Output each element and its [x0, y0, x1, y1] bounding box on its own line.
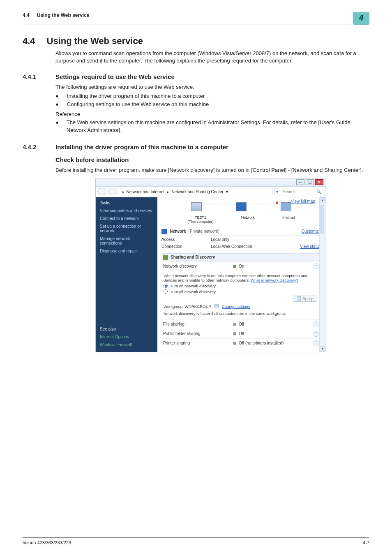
tasks-heading: Tasks — [100, 201, 153, 205]
sidebar-link[interactable]: Diagnose and repair — [100, 249, 153, 253]
radio-on-row[interactable]: Turn on network discovery — [164, 284, 319, 288]
disconnected-icon: ✖ — [275, 201, 279, 205]
maximize-button[interactable]: ▢ — [306, 179, 314, 185]
see-also-heading: See also — [100, 327, 153, 331]
sidebar-link[interactable]: View computers and devices — [100, 208, 153, 213]
minimize-button[interactable]: — — [296, 179, 304, 185]
breadcrumb-dropdown-icon[interactable]: ▾ — [226, 190, 231, 194]
sharing-title: Sharing and Discovery — [171, 255, 215, 259]
section-number: 4.4 — [23, 36, 35, 46]
node-sublabel: (This computer) — [188, 220, 214, 224]
printer-sharing-label: Printer sharing — [163, 341, 233, 345]
connection-value: Local Area Connection — [211, 244, 300, 249]
scroll-down-button[interactable]: ▾ — [320, 346, 325, 352]
shield-icon — [297, 296, 301, 301]
expand-button[interactable]: ˅ — [313, 321, 319, 327]
discovery-explain: When network discovery is on, this compu… — [164, 273, 319, 282]
status-led-on-icon — [233, 265, 236, 268]
footer-model: bizhub 423/363/283/223 — [23, 540, 71, 545]
bullet-item: Configuring settings to use the Web serv… — [67, 101, 209, 109]
node-label: TEST1 — [188, 215, 214, 220]
sidebar-link[interactable]: Connect to a network — [100, 216, 153, 221]
search-icon[interactable]: 🔍 — [316, 190, 321, 194]
check-heading: Check before installation — [55, 156, 365, 163]
printer-sharing-value: Off (no printers installed) — [239, 341, 284, 345]
scroll-thumb[interactable] — [321, 205, 324, 234]
view-status-link[interactable]: View status — [300, 244, 321, 249]
node-label: Network — [241, 215, 255, 224]
connection-label: Connection — [161, 244, 211, 249]
window-titlebar: — ▢ ✕ — [96, 178, 325, 187]
subsection-title: Installing the driver program of this ma… — [55, 143, 228, 150]
see-also-link[interactable]: Windows Firewall — [100, 342, 153, 347]
radio-selected-icon[interactable] — [164, 284, 168, 288]
header-section-ref: 4.4 — [23, 12, 30, 18]
what-is-link[interactable]: What is network discovery? — [251, 278, 298, 282]
radio-unselected-icon[interactable] — [164, 289, 168, 294]
radio-off-row[interactable]: Turn off network discovery — [164, 289, 319, 294]
header-section-title: Using the Web service — [37, 12, 90, 18]
customize-link[interactable]: Customize — [302, 229, 321, 234]
forward-button[interactable] — [108, 188, 117, 195]
public-folder-value: Off — [239, 331, 244, 336]
search-input[interactable]: ▾ Search 🔍 — [274, 188, 323, 195]
breadcrumb-prefix: « — [122, 190, 124, 194]
network-group-icon — [161, 229, 167, 234]
scrollbar[interactable]: ▴ ▾ — [319, 197, 325, 352]
reference-bullet: The Web service settings on this machine… — [67, 119, 365, 134]
search-dropdown-icon[interactable]: ▾ — [276, 190, 281, 194]
radio-off-label: Turn off network discovery — [170, 289, 216, 294]
public-folder-row[interactable]: Public folder sharing Off ˅ — [161, 329, 321, 338]
node-label: Internet — [282, 215, 295, 224]
footer-page: 4-7 — [363, 540, 369, 545]
file-sharing-row[interactable]: File sharing Off ˅ — [161, 319, 321, 329]
sidebar-link[interactable]: Set up a connection or network — [100, 224, 153, 233]
network-discovery-label: Network discovery — [163, 264, 233, 268]
section-paragraph: Allows you to command scan operations fr… — [55, 50, 365, 64]
search-placeholder: Search — [283, 190, 296, 194]
reference-label: Reference — [55, 111, 365, 117]
network-group-header: Network (Private network) Customize — [161, 227, 321, 236]
see-also-link[interactable]: Internet Options — [100, 335, 153, 339]
apply-button[interactable]: Apply — [293, 296, 316, 302]
network-discovery-row[interactable]: Network discovery On ˄ — [161, 261, 321, 271]
sidebar-link[interactable]: Manage network connections — [100, 236, 153, 245]
access-label: Access — [161, 237, 211, 242]
section-title: Using the Web service — [47, 36, 143, 46]
close-button[interactable]: ✕ — [315, 179, 323, 185]
network-group-title: Network — [170, 229, 186, 234]
file-sharing-value: Off — [239, 322, 244, 326]
expand-button[interactable]: ˅ — [313, 340, 319, 346]
chapter-tab: 4 — [353, 12, 369, 25]
workgroup-note: Network discovery is faster if all compu… — [164, 311, 319, 316]
main-panel: View full map ✖ TEST1 (This computer) Ne… — [157, 197, 325, 352]
shield-icon — [214, 304, 219, 308]
status-led-off-icon — [233, 323, 236, 326]
check-paragraph: Before installing the driver program, ma… — [55, 166, 365, 174]
breadcrumb[interactable]: « Network and Internet ▸ Network and Sha… — [119, 188, 272, 195]
public-folder-label: Public folder sharing — [163, 331, 233, 336]
change-settings-link[interactable]: Change settings — [222, 304, 250, 309]
expand-button[interactable]: ˅ — [313, 331, 319, 337]
sharing-header: Sharing and Discovery — [161, 253, 321, 261]
network-discovery-value: On — [239, 264, 244, 268]
radio-on-label: Turn on network discovery — [170, 284, 216, 288]
breadcrumb-item[interactable]: Network and Internet — [127, 190, 165, 194]
workgroup-label: Workgroup: WORKGROUP — [164, 304, 211, 309]
subsection-title: Settings required to use the Web service — [55, 73, 175, 80]
screenshot-window: — ▢ ✕ « Network and Internet ▸ Network a… — [95, 178, 325, 352]
status-led-off-icon — [233, 332, 236, 335]
status-led-off-icon — [233, 342, 236, 345]
scroll-up-button[interactable]: ▴ — [320, 197, 325, 203]
back-button[interactable] — [97, 188, 106, 195]
subsection-number: 4.4.2 — [23, 143, 44, 150]
collapse-button[interactable]: ˄ — [313, 264, 319, 269]
printer-sharing-row[interactable]: Printer sharing Off (no printers install… — [161, 338, 321, 348]
chevron-right-icon: ▸ — [167, 190, 169, 194]
subsection-intro: The following settings are required to u… — [55, 83, 365, 91]
breadcrumb-item[interactable]: Network and Sharing Center — [171, 190, 223, 194]
nav-bar: « Network and Internet ▸ Network and Sha… — [96, 187, 325, 197]
network-group-sub: (Private network) — [188, 229, 219, 234]
sharing-icon — [163, 255, 168, 260]
bullet-list: ●Installing the driver program of this m… — [55, 92, 365, 109]
